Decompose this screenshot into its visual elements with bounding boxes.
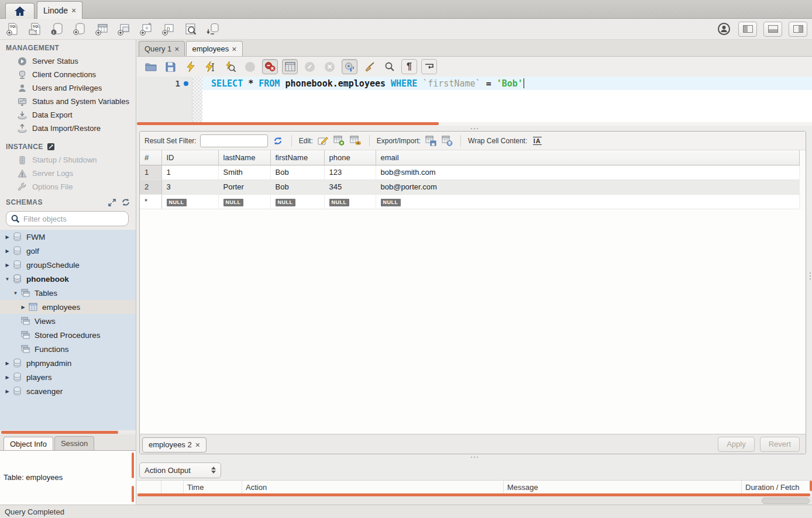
cell[interactable]: bob@smith.com <box>376 165 800 179</box>
rollback-icon[interactable]: ✕ <box>322 59 338 74</box>
beautify-icon[interactable] <box>362 59 377 74</box>
tab-query-1[interactable]: Query 1 × <box>139 41 185 56</box>
output-column-action[interactable]: Action <box>242 481 504 493</box>
table-row[interactable]: 1 1 Smith Bob 123 bob@smith.com <box>140 165 800 179</box>
cell[interactable]: NULL <box>270 194 324 209</box>
toggle-secondary-sidebar-button[interactable] <box>789 22 807 37</box>
connection-tab[interactable]: Linode × <box>37 1 82 19</box>
output-horizontal-scrollbar[interactable] <box>137 493 810 496</box>
editor-result-splitter[interactable] <box>137 126 812 131</box>
instance-actions-icon[interactable] <box>47 143 55 151</box>
column-header[interactable]: # <box>140 150 161 165</box>
output-column-message[interactable]: Message <box>504 481 742 493</box>
tree-item-schema[interactable]: ▶ golf <box>0 244 136 258</box>
sidebar-horizontal-scrollbar[interactable] <box>1 431 118 434</box>
schema-filter-input[interactable] <box>23 215 126 223</box>
new-function-icon[interactable]: {) <box>160 21 176 37</box>
bottom-scrollbar-thumb[interactable] <box>762 498 810 504</box>
refresh-icon[interactable] <box>271 135 284 147</box>
toggle-stop-on-error-icon[interactable] <box>262 59 278 74</box>
cell[interactable]: NULL <box>218 194 270 209</box>
result-filter-input[interactable] <box>200 134 268 147</box>
sidebar-item-server-logs[interactable]: Server Logs <box>0 167 136 180</box>
wrap-text-icon[interactable] <box>421 59 437 74</box>
save-script-icon[interactable] <box>163 59 178 74</box>
new-row-placeholder[interactable]: * NULL NULL NULL NULL NULL <box>140 194 800 209</box>
table-inspector-icon[interactable] <box>183 21 198 37</box>
cell[interactable]: NULL <box>324 194 376 209</box>
open-sql-script-icon[interactable]: SQL <box>27 21 43 37</box>
wrap-cell-content-icon[interactable]: IA <box>531 135 543 147</box>
new-query-tab-icon[interactable]: SQL <box>5 21 20 37</box>
cell[interactable]: Smith <box>218 165 270 179</box>
close-icon[interactable]: × <box>174 44 179 54</box>
tree-item-schema-phonebook[interactable]: ▼ phonebook <box>0 272 136 286</box>
tree-item-tables-folder[interactable]: ▼ Tables <box>0 286 136 300</box>
insert-row-icon[interactable] <box>333 135 346 147</box>
tree-item-schema[interactable]: ▶ phpmyadmin <box>0 356 136 370</box>
tab-employees[interactable]: employees × <box>186 41 242 56</box>
apply-button[interactable]: Apply <box>718 437 755 452</box>
output-selector[interactable]: Action Output <box>139 462 221 478</box>
cell[interactable]: Bob <box>270 165 324 179</box>
chevron-right-icon[interactable]: ▶ <box>4 248 11 254</box>
sidebar-item-users-privileges[interactable]: Users and Privileges <box>0 81 136 95</box>
tree-item-schema[interactable]: ▶ FWM <box>0 230 136 244</box>
cell[interactable]: 3 <box>161 179 218 194</box>
sidebar-item-server-status[interactable]: Server Status <box>0 54 136 68</box>
chevron-right-icon[interactable]: ▶ <box>4 375 11 380</box>
close-icon[interactable]: × <box>195 440 200 450</box>
sidebar-item-status-system-variables[interactable]: Status and System Variables <box>0 95 136 108</box>
right-panel-splitter[interactable] <box>810 272 811 279</box>
selector-spinner-icon[interactable] <box>211 467 216 474</box>
sidebar-item-startup-shutdown[interactable]: Startup / Shutdown <box>0 153 136 167</box>
execute-icon[interactable] <box>183 59 198 74</box>
editor-horizontal-scrollbar[interactable] <box>137 122 439 125</box>
add-database-icon[interactable] <box>71 21 87 37</box>
new-procedure-icon[interactable] <box>138 21 154 37</box>
chevron-down-icon[interactable]: ▼ <box>4 277 11 282</box>
output-vertical-scrollbar[interactable] <box>810 481 812 491</box>
chevron-right-icon[interactable]: ▶ <box>4 234 11 240</box>
cell[interactable]: Porter <box>218 179 270 194</box>
toggle-autocommit-icon[interactable] <box>342 59 357 74</box>
tab-object-info[interactable]: Object Info <box>4 437 53 451</box>
tree-item-schema[interactable]: ▶ groupSchedule <box>0 258 136 272</box>
column-header[interactable]: firstName <box>270 150 324 165</box>
database-info-icon[interactable]: i <box>49 21 65 37</box>
chevron-right-icon[interactable]: ▶ <box>4 389 11 394</box>
execute-current-statement-icon[interactable] <box>202 59 218 74</box>
cell[interactable]: 1 <box>161 165 218 179</box>
export-recordset-icon[interactable] <box>424 135 437 147</box>
explain-icon[interactable] <box>222 59 238 74</box>
data-transfer-icon[interactable] <box>205 21 221 37</box>
sql-editor[interactable]: 1 SELECT * FROM phonebook.employees WHER… <box>137 77 812 122</box>
cell[interactable]: NULL <box>161 194 218 209</box>
sidebar-item-data-export[interactable]: Data Export <box>0 108 136 122</box>
expand-schemas-icon[interactable] <box>108 199 116 206</box>
tab-employees-2[interactable]: employees 2 × <box>142 437 207 453</box>
refresh-schemas-icon[interactable] <box>122 198 130 206</box>
schema-filter-box[interactable] <box>6 211 129 226</box>
find-icon[interactable] <box>381 59 397 74</box>
chevron-down-icon[interactable]: ▼ <box>12 291 19 296</box>
code-area[interactable]: SELECT * FROM phonebook.employees WHERE … <box>202 77 812 122</box>
close-icon[interactable]: × <box>71 6 76 15</box>
user-badge-icon[interactable] <box>716 21 732 37</box>
result-output-splitter[interactable] <box>137 454 812 460</box>
cell[interactable]: Bob <box>270 179 324 194</box>
tree-item-views-folder[interactable]: Views <box>0 314 136 328</box>
stop-icon[interactable] <box>242 59 258 74</box>
cell[interactable]: bob@porter.com <box>376 179 800 194</box>
output-column-time[interactable]: Time <box>184 481 242 493</box>
tree-item-schema[interactable]: ▶ scavenger <box>0 384 136 398</box>
home-tab[interactable] <box>5 3 35 19</box>
tree-item-stored-procedures-folder[interactable]: Stored Procedures <box>0 328 136 342</box>
output-column-duration[interactable]: Duration / Fetch <box>742 481 812 493</box>
sidebar-item-options-file[interactable]: Options File <box>0 180 136 194</box>
chevron-right-icon[interactable]: ▶ <box>4 263 11 268</box>
new-table-icon[interactable] <box>94 21 109 37</box>
tree-item-table-employees[interactable]: ▶ employees <box>0 300 136 314</box>
column-header[interactable]: phone <box>324 150 376 165</box>
cell[interactable]: NULL <box>376 194 800 209</box>
